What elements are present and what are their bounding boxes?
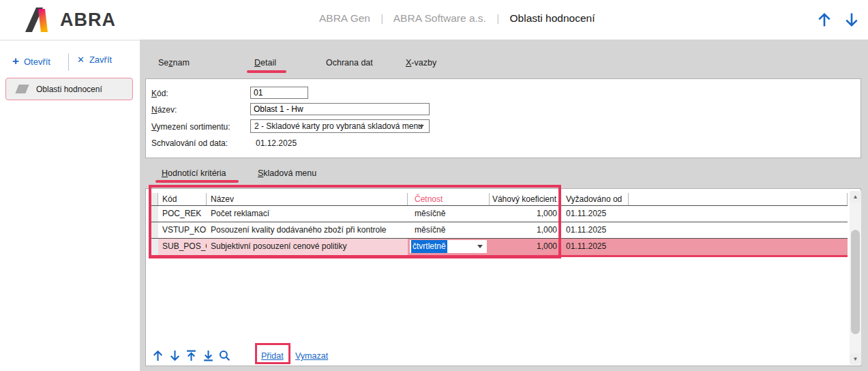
abra-gen-window: ABRA ABRA Gen | ABRA Software a.s. | Obl… [0,0,868,371]
tab-ochrana-dat[interactable]: Ochrana dat [326,58,373,68]
cell-nazev: Posouzení kvality dodávaného zboží při k… [207,222,408,238]
breadcrumb-separator: | [380,12,383,24]
cell-cetnost: měsíčně [408,222,490,238]
cell-koeficient: 1,000 [490,239,560,255]
abra-logo-icon [24,7,54,33]
app-header: ABRA ABRA Gen | ABRA Software a.s. | Obl… [0,0,868,41]
subtab-label-part: odnotící kritéria [168,168,226,178]
close-icon: ✕ [77,55,85,65]
cell-kod: SUB_POS_CE [158,239,207,255]
open-button[interactable]: + Otevřít [12,55,50,68]
sidebar-button-divider [68,53,69,71]
sidebar-item-oblasti-hodnoceni[interactable]: Oblasti hodnocení [5,78,133,100]
cell-vyzadovano-od: 01.11.2025 [560,206,629,222]
subtab-hodnotici-kriteria[interactable]: Hodnotící kritéria [162,168,226,178]
combo-selected-text: čtvrtletně [411,240,447,253]
tab-label-part: Se [158,58,168,68]
nav-up-icon[interactable] [815,11,833,29]
cell-nazev: Subjektivní posouzení cenové politiky [207,239,408,255]
close-button[interactable]: ✕ Zavřít [77,55,112,65]
column-header-koeficient[interactable]: Váhový koeficient [490,193,560,205]
tab-detail[interactable]: Detail [254,58,276,68]
subtab-skladova-menu[interactable]: Skladová menu [258,168,316,178]
move-up-icon[interactable] [151,349,164,362]
tab-label-part: Ochrana dat [326,58,373,68]
row-indicator [149,222,158,238]
cell-cetnost: měsíčně [408,206,490,222]
close-button-label: Zavřít [89,55,112,65]
add-link[interactable]: Přidat [261,351,284,361]
label-accel: K [151,89,157,98]
label-accel: V [151,122,157,132]
tab-label-part: etail [260,58,276,68]
kod-label: Kód: [151,89,168,98]
cetnost-combo-editor[interactable]: čtvrtletně [410,240,487,253]
subtab-label-accel: H [162,168,168,178]
scrollbar-up-icon[interactable]: ▲ [850,191,861,203]
chevron-down-icon [477,245,483,248]
active-subtab-underline [155,180,239,183]
column-header-nazev[interactable]: Název [207,193,408,205]
cell-cetnost: čtvrtletně [408,239,490,255]
kod-input[interactable] [250,87,308,99]
cell-filler [629,222,848,238]
table-row[interactable]: VSTUP_KONT Posouzení kvality dodávaného … [149,222,848,239]
label-part: ymezení sortimentu: [157,122,230,132]
tab-label-part: -vazby [411,58,436,68]
breadcrumb: ABRA Gen | ABRA Software a.s. | Oblasti … [319,12,595,25]
cell-koeficient: 1,000 [490,206,560,222]
active-tab-underline [247,70,286,73]
parallelogram-icon [15,85,29,93]
nazev-label: Název: [151,105,177,115]
column-header-vyzadovano-od[interactable]: Vyžadováno od [560,193,629,205]
tab-label-part: nam [173,58,190,68]
label-accel: N [151,105,158,115]
abra-logo-text: ABRA [60,10,116,31]
vymezeni-label: Vymezení sortimentu: [151,122,230,132]
schvalovani-label: Schvalování od data: [151,138,228,148]
breadcrumb-separator: | [496,12,499,24]
sidebar-item-label: Oblasti hodnocení [36,85,102,94]
breadcrumb-company: ABRA Software a.s. [393,12,486,24]
vymezeni-select[interactable]: 2 - Skladové karty pro vybraná skladová … [250,119,430,133]
cell-koeficient: 1,000 [490,222,560,238]
column-header-kod[interactable]: Kód [158,193,207,205]
cell-vyzadovano-od: 01.11.2025 [560,222,629,238]
vertical-scrollbar[interactable]: ▲ ▼ [850,191,861,365]
label-part: ód: [157,89,168,98]
move-to-top-icon[interactable] [185,349,198,362]
cell-kod: POC_REK [158,206,207,222]
scrollbar-thumb[interactable] [851,230,860,334]
cell-nazev: Počet reklamací [207,206,408,222]
cell-kod: VSTUP_KONT [158,222,207,238]
delete-link[interactable]: Vymazat [295,351,328,361]
breadcrumb-app: ABRA Gen [319,12,370,24]
nazev-input[interactable] [250,103,430,115]
row-indicator [149,239,158,255]
tab-label-accel: D [254,58,260,68]
move-down-icon[interactable] [168,349,181,362]
search-icon[interactable] [218,349,231,362]
tab-seznam[interactable]: Seznam [158,58,190,68]
open-button-label: Otevřít [24,57,50,67]
move-to-bottom-icon[interactable] [202,349,215,362]
table-header-row: Kód Název Četnost Váhový koeficient Vyža… [149,193,848,206]
abra-logo: ABRA [24,7,116,33]
subtab-label-part: kladová menu [263,168,316,178]
schvalovani-value: 01.12.2025 [256,138,297,148]
plus-icon: + [12,55,19,68]
vymezeni-select-value: 2 - Skladové karty pro vybraná skladová … [254,121,423,131]
column-header-cetnost[interactable]: Četnost [408,193,490,205]
tab-x-vazby[interactable]: X-vazby [406,58,436,68]
scrollbar-down-icon[interactable]: ▼ [850,353,861,365]
row-indicator [149,206,158,222]
table-row-selected[interactable]: SUB_POS_CE Subjektivní posouzení cenové … [149,239,848,257]
row-indicator-header [149,193,158,205]
label-part: ázev: [158,105,177,115]
chevron-down-icon [419,125,424,128]
cell-filler [629,239,848,255]
page-title: Oblasti hodnocení [510,12,595,24]
column-header-filler [629,193,848,205]
table-row[interactable]: POC_REK Počet reklamací měsíčně 1,000 01… [149,206,848,222]
nav-down-icon[interactable] [843,11,860,29]
